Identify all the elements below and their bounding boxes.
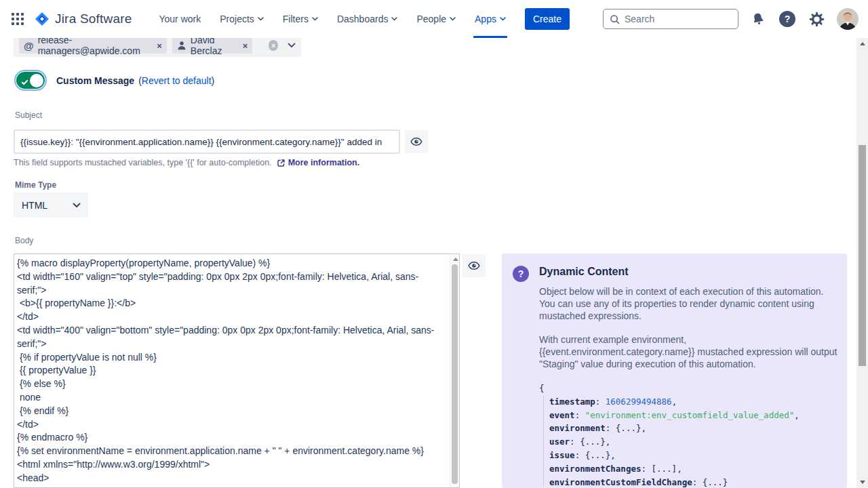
subject-preview-eye-icon[interactable] bbox=[405, 130, 428, 153]
page-scroll-down-arrow-icon[interactable] bbox=[860, 481, 865, 484]
code-line: user: {...}, bbox=[539, 435, 800, 449]
person-icon bbox=[177, 41, 186, 50]
user-avatar[interactable] bbox=[837, 8, 859, 30]
revert-to-default-link[interactable]: Revert to default bbox=[142, 75, 212, 86]
code-line: { bbox=[539, 382, 800, 395]
code-line: event: "environment:env_customfield_valu… bbox=[539, 409, 800, 422]
dynamic-content-panel: ? Dynamic Content Object below will be i… bbox=[502, 253, 847, 488]
panel-paragraph-1: Object below will be in context of each … bbox=[539, 285, 840, 322]
chip-remove-icon[interactable]: × bbox=[241, 41, 248, 50]
mime-type-select[interactable]: HTML bbox=[14, 192, 88, 218]
subject-helper-text: This field supports mustached variables,… bbox=[14, 158, 359, 167]
code-line: issue: {...}, bbox=[539, 449, 800, 462]
nav-item-your-work[interactable]: Your work bbox=[149, 0, 210, 38]
more-information-link[interactable]: More information. bbox=[288, 158, 360, 167]
jira-logo-icon bbox=[34, 11, 50, 27]
code-line: environmentChanges: [...], bbox=[539, 462, 800, 476]
search-icon bbox=[610, 14, 620, 24]
code-line: environment: {...}, bbox=[539, 422, 800, 435]
code-line: environmentCustomFieldChange: {...} bbox=[539, 476, 800, 488]
custom-message-label: Custom Message bbox=[56, 75, 134, 86]
subject-label: Subject bbox=[15, 110, 42, 120]
chevron-down-icon bbox=[312, 17, 318, 21]
toggle-check-icon bbox=[21, 77, 28, 89]
chevron-down-icon bbox=[500, 17, 506, 21]
recipient-chip[interactable]: @release-managers@apwide.com× bbox=[19, 37, 167, 54]
jira-app-window: Jira Software Your workProjectsFiltersDa… bbox=[0, 0, 868, 488]
external-link-icon bbox=[277, 159, 285, 167]
body-preview-eye-icon[interactable] bbox=[462, 254, 486, 277]
revert-to-default: (Revert to default) bbox=[138, 75, 214, 86]
nav-item-apps[interactable]: Apps bbox=[465, 0, 515, 38]
nav-item-dashboards[interactable]: Dashboards bbox=[328, 0, 408, 38]
clear-all-icon[interactable]: × bbox=[269, 40, 278, 51]
body-label: Body bbox=[15, 236, 33, 245]
jira-logo[interactable]: Jira Software bbox=[34, 11, 132, 27]
nav-item-people[interactable]: People bbox=[407, 0, 465, 38]
chevron-down-icon[interactable] bbox=[288, 43, 296, 48]
context-json-code: {timestamp: 1606299494886,event: "enviro… bbox=[539, 382, 800, 488]
body-scrollbar-thumb[interactable] bbox=[452, 264, 458, 484]
chip-remove-icon[interactable]: × bbox=[155, 41, 162, 50]
mime-type-label: Mime Type bbox=[15, 180, 56, 190]
page-scrollbar-thumb[interactable] bbox=[859, 145, 866, 366]
panel-title: Dynamic Content bbox=[539, 266, 629, 278]
body-textarea-scrollbar[interactable] bbox=[450, 254, 459, 487]
search-input[interactable] bbox=[625, 14, 732, 24]
custom-message-toggle[interactable] bbox=[16, 72, 45, 89]
app-switcher-icon[interactable] bbox=[11, 12, 24, 26]
chevron-down-icon bbox=[391, 17, 397, 21]
page-scroll-up-arrow-icon[interactable] bbox=[860, 42, 865, 45]
main-nav: Your workProjectsFiltersDashboardsPeople… bbox=[149, 0, 515, 38]
scroll-up-arrow-icon[interactable] bbox=[453, 258, 458, 261]
jira-logo-text: Jira Software bbox=[55, 12, 132, 26]
notifications-bell-icon[interactable] bbox=[749, 10, 767, 28]
create-button[interactable]: Create bbox=[525, 8, 570, 30]
at-icon: @ bbox=[24, 40, 34, 52]
question-mark-icon: ? bbox=[513, 266, 529, 282]
search-box[interactable] bbox=[603, 9, 738, 29]
code-line: timestamp: 1606299494886, bbox=[539, 395, 800, 409]
panel-paragraph-2: With current example environment, {{even… bbox=[539, 333, 840, 370]
mime-type-value: HTML bbox=[22, 200, 47, 211]
body-textarea-content[interactable]: {% macro displayProperty(propertyName, p… bbox=[14, 254, 459, 487]
custom-message-row: Custom Message (Revert to default) bbox=[16, 72, 214, 89]
chevron-down-icon bbox=[258, 17, 264, 21]
nav-item-projects[interactable]: Projects bbox=[210, 0, 273, 38]
top-nav-bar: Jira Software Your workProjectsFiltersDa… bbox=[0, 0, 868, 38]
body-textarea[interactable]: {% macro displayProperty(propertyName, p… bbox=[14, 253, 460, 488]
chevron-down-icon bbox=[450, 17, 456, 21]
chevron-down-icon bbox=[73, 203, 81, 208]
nav-item-filters[interactable]: Filters bbox=[273, 0, 328, 38]
settings-gear-icon[interactable] bbox=[808, 10, 825, 28]
page-scrollbar[interactable] bbox=[856, 38, 868, 488]
recipient-chip[interactable]: David Berclaz× bbox=[172, 37, 252, 54]
help-icon[interactable]: ? bbox=[778, 10, 796, 28]
subject-input[interactable] bbox=[14, 129, 400, 154]
